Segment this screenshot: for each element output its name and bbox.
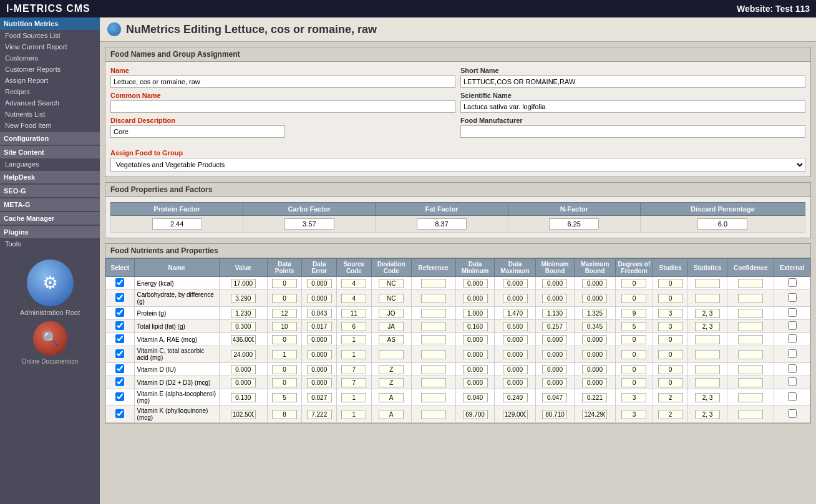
props-input-4[interactable] bbox=[697, 218, 747, 230]
row-max-bound-3[interactable] bbox=[582, 322, 607, 331]
row-data-min-1[interactable] bbox=[463, 294, 488, 303]
row-value-2[interactable] bbox=[231, 309, 256, 318]
row-source-code-8[interactable] bbox=[341, 393, 366, 402]
row-reference-2[interactable] bbox=[421, 309, 446, 318]
row-reference-3[interactable] bbox=[421, 322, 446, 331]
row-data-min-9[interactable] bbox=[463, 410, 488, 419]
row-checkbox-2[interactable] bbox=[115, 308, 124, 317]
row-data-points-6[interactable] bbox=[272, 365, 297, 374]
row-deviation-code-5[interactable] bbox=[379, 350, 404, 359]
row-min-bound-4[interactable] bbox=[542, 335, 567, 344]
row-data-max-9[interactable] bbox=[503, 410, 528, 419]
row-studies-3[interactable] bbox=[658, 322, 683, 331]
row-value-4[interactable] bbox=[231, 335, 256, 344]
row-checkbox-4[interactable] bbox=[115, 334, 124, 343]
row-max-bound-1[interactable] bbox=[582, 294, 607, 303]
row-confidence-8[interactable] bbox=[738, 393, 763, 402]
row-max-bound-7[interactable] bbox=[582, 378, 607, 387]
row-data-error-0[interactable] bbox=[307, 279, 332, 288]
row-value-6[interactable] bbox=[231, 365, 256, 374]
props-input-2[interactable] bbox=[417, 218, 467, 230]
row-min-bound-8[interactable] bbox=[542, 393, 567, 402]
row-data-max-4[interactable] bbox=[503, 335, 528, 344]
row-max-bound-9[interactable] bbox=[582, 410, 607, 419]
row-deviation-code-3[interactable] bbox=[379, 322, 404, 331]
row-dof-2[interactable] bbox=[621, 309, 646, 318]
row-source-code-5[interactable] bbox=[341, 350, 366, 359]
row-external-8[interactable] bbox=[788, 392, 797, 401]
row-deviation-code-4[interactable] bbox=[379, 335, 404, 344]
sidebar-section-site-content[interactable]: Site Content bbox=[0, 146, 100, 158]
row-reference-5[interactable] bbox=[421, 350, 446, 359]
name-input[interactable] bbox=[110, 75, 455, 88]
row-data-error-8[interactable] bbox=[307, 393, 332, 402]
sidebar-item-customer-reports[interactable]: Customer Reports bbox=[0, 64, 100, 75]
row-deviation-code-8[interactable] bbox=[379, 393, 404, 402]
row-deviation-code-0[interactable] bbox=[379, 279, 404, 288]
row-source-code-9[interactable] bbox=[341, 410, 366, 419]
row-external-3[interactable] bbox=[788, 321, 797, 330]
row-data-min-2[interactable] bbox=[463, 309, 488, 318]
row-data-min-5[interactable] bbox=[463, 350, 488, 359]
row-data-error-4[interactable] bbox=[307, 335, 332, 344]
row-external-4[interactable] bbox=[788, 334, 797, 343]
row-data-error-6[interactable] bbox=[307, 365, 332, 374]
row-data-max-3[interactable] bbox=[503, 322, 528, 331]
row-statistics-5[interactable] bbox=[695, 350, 720, 359]
row-data-min-3[interactable] bbox=[463, 322, 488, 331]
sidebar-item-tools[interactable]: Tools bbox=[0, 238, 100, 250]
short-name-input[interactable] bbox=[460, 75, 805, 88]
row-source-code-3[interactable] bbox=[341, 322, 366, 331]
row-data-min-6[interactable] bbox=[463, 365, 488, 374]
row-min-bound-3[interactable] bbox=[542, 322, 567, 331]
row-data-points-5[interactable] bbox=[272, 350, 297, 359]
row-data-points-2[interactable] bbox=[272, 309, 297, 318]
row-checkbox-0[interactable] bbox=[115, 278, 124, 287]
sidebar-nutrition-metrics[interactable]: Nutrition Metrics bbox=[0, 17, 100, 30]
row-external-7[interactable] bbox=[788, 377, 797, 386]
row-studies-7[interactable] bbox=[658, 378, 683, 387]
row-studies-2[interactable] bbox=[658, 309, 683, 318]
row-data-error-3[interactable] bbox=[307, 322, 332, 331]
sidebar-section-meta-g[interactable]: META-G bbox=[0, 198, 100, 211]
props-input-3[interactable] bbox=[549, 218, 599, 230]
row-confidence-4[interactable] bbox=[738, 335, 763, 344]
sidebar-section-plugins[interactable]: Plugins bbox=[0, 226, 100, 238]
scientific-name-input[interactable] bbox=[460, 100, 805, 113]
row-data-max-5[interactable] bbox=[503, 350, 528, 359]
row-confidence-0[interactable] bbox=[738, 279, 763, 288]
row-studies-8[interactable] bbox=[658, 393, 683, 402]
row-data-min-8[interactable] bbox=[463, 393, 488, 402]
assign-group-select[interactable]: Vegetables and Vegetable Products bbox=[110, 158, 805, 172]
row-deviation-code-9[interactable] bbox=[379, 410, 404, 419]
row-source-code-6[interactable] bbox=[341, 365, 366, 374]
row-data-min-0[interactable] bbox=[463, 279, 488, 288]
sidebar-item-nutrients-list[interactable]: Nutrients List bbox=[0, 109, 100, 120]
row-data-points-7[interactable] bbox=[272, 378, 297, 387]
row-data-max-1[interactable] bbox=[503, 294, 528, 303]
row-external-0[interactable] bbox=[788, 278, 797, 287]
row-confidence-7[interactable] bbox=[738, 378, 763, 387]
row-deviation-code-2[interactable] bbox=[379, 309, 404, 318]
row-checkbox-8[interactable] bbox=[115, 392, 124, 401]
sidebar-item-food-sources-list[interactable]: Food Sources List bbox=[0, 30, 100, 41]
row-max-bound-4[interactable] bbox=[582, 335, 607, 344]
sidebar-item-view-current-report[interactable]: View Current Report bbox=[0, 41, 100, 52]
row-studies-6[interactable] bbox=[658, 365, 683, 374]
row-reference-1[interactable] bbox=[421, 294, 446, 303]
row-statistics-7[interactable] bbox=[695, 378, 720, 387]
sidebar-section-helpdesk[interactable]: HelpDesk bbox=[0, 171, 100, 183]
sidebar-item-assign-report[interactable]: Assign Report bbox=[0, 75, 100, 86]
row-max-bound-2[interactable] bbox=[582, 309, 607, 318]
row-checkbox-6[interactable] bbox=[115, 364, 124, 373]
row-reference-0[interactable] bbox=[421, 279, 446, 288]
row-deviation-code-6[interactable] bbox=[379, 365, 404, 374]
row-external-6[interactable] bbox=[788, 364, 797, 373]
row-external-5[interactable] bbox=[788, 349, 797, 358]
row-data-max-2[interactable] bbox=[503, 309, 528, 318]
props-input-0[interactable] bbox=[152, 218, 202, 230]
row-value-0[interactable] bbox=[231, 279, 256, 288]
row-dof-4[interactable] bbox=[621, 335, 646, 344]
row-data-points-8[interactable] bbox=[272, 393, 297, 402]
row-value-5[interactable] bbox=[231, 350, 256, 359]
